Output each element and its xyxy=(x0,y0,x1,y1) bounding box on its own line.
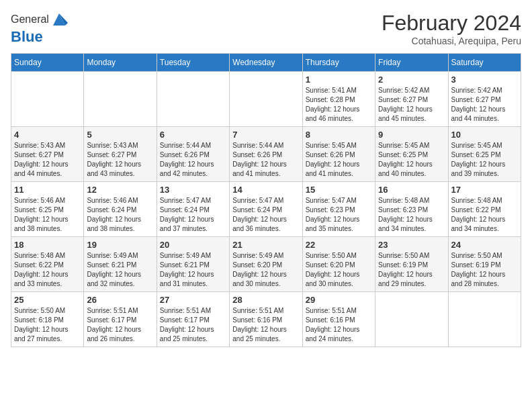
calendar-cell: 10Sunrise: 5:45 AM Sunset: 6:25 PM Dayli… xyxy=(448,127,521,182)
logo-icon xyxy=(50,11,68,28)
calendar-cell: 22Sunrise: 5:50 AM Sunset: 6:20 PM Dayli… xyxy=(302,237,375,292)
calendar-cell: 16Sunrise: 5:48 AM Sunset: 6:23 PM Dayli… xyxy=(375,182,448,237)
calendar-cell: 1Sunrise: 5:41 AM Sunset: 6:28 PM Daylig… xyxy=(302,72,375,127)
day-number: 23 xyxy=(378,240,445,250)
day-number: 13 xyxy=(160,185,226,195)
day-number: 3 xyxy=(451,75,518,85)
calendar-cell xyxy=(157,72,229,127)
calendar-cell: 23Sunrise: 5:50 AM Sunset: 6:19 PM Dayli… xyxy=(375,237,448,292)
title-block: February 2024 Cotahuasi, Arequipa, Peru xyxy=(382,11,521,46)
day-info: Sunrise: 5:48 AM Sunset: 6:22 PM Dayligh… xyxy=(14,251,81,289)
day-info: Sunrise: 5:43 AM Sunset: 6:27 PM Dayligh… xyxy=(14,141,81,179)
calendar-cell: 5Sunrise: 5:43 AM Sunset: 6:27 PM Daylig… xyxy=(84,127,157,182)
day-number: 6 xyxy=(160,130,226,140)
day-info: Sunrise: 5:44 AM Sunset: 6:26 PM Dayligh… xyxy=(160,141,226,179)
day-info: Sunrise: 5:42 AM Sunset: 6:27 PM Dayligh… xyxy=(451,86,518,124)
calendar-cell: 9Sunrise: 5:45 AM Sunset: 6:25 PM Daylig… xyxy=(375,127,448,182)
day-info: Sunrise: 5:50 AM Sunset: 6:20 PM Dayligh… xyxy=(306,251,372,289)
calendar-cell: 13Sunrise: 5:47 AM Sunset: 6:24 PM Dayli… xyxy=(157,182,229,237)
day-info: Sunrise: 5:49 AM Sunset: 6:21 PM Dayligh… xyxy=(87,251,153,289)
calendar-cell: 8Sunrise: 5:45 AM Sunset: 6:26 PM Daylig… xyxy=(302,127,375,182)
calendar-week-row: 18Sunrise: 5:48 AM Sunset: 6:22 PM Dayli… xyxy=(11,237,521,292)
day-number: 10 xyxy=(451,130,518,140)
day-info: Sunrise: 5:51 AM Sunset: 6:16 PM Dayligh… xyxy=(232,306,299,344)
day-number: 28 xyxy=(232,295,299,305)
day-info: Sunrise: 5:50 AM Sunset: 6:19 PM Dayligh… xyxy=(378,251,445,289)
calendar-cell: 27Sunrise: 5:51 AM Sunset: 6:17 PM Dayli… xyxy=(157,292,229,347)
day-number: 17 xyxy=(451,185,518,195)
month-year: February 2024 xyxy=(382,11,521,36)
calendar-cell: 24Sunrise: 5:50 AM Sunset: 6:19 PM Dayli… xyxy=(448,237,521,292)
calendar-cell: 21Sunrise: 5:49 AM Sunset: 6:20 PM Dayli… xyxy=(230,237,302,292)
day-number: 29 xyxy=(306,295,372,305)
day-number: 16 xyxy=(378,185,445,195)
calendar-cell: 6Sunrise: 5:44 AM Sunset: 6:26 PM Daylig… xyxy=(157,127,229,182)
day-info: Sunrise: 5:51 AM Sunset: 6:17 PM Dayligh… xyxy=(160,306,226,344)
col-header-thursday: Thursday xyxy=(302,54,375,72)
calendar-cell xyxy=(11,72,84,127)
calendar-header-row: SundayMondayTuesdayWednesdayThursdayFrid… xyxy=(11,54,521,72)
day-info: Sunrise: 5:46 AM Sunset: 6:24 PM Dayligh… xyxy=(87,196,153,234)
calendar-cell xyxy=(448,292,521,347)
logo-blue: Blue xyxy=(11,28,68,46)
day-info: Sunrise: 5:47 AM Sunset: 6:23 PM Dayligh… xyxy=(306,196,372,234)
day-number: 20 xyxy=(160,240,226,250)
calendar-table: SundayMondayTuesdayWednesdayThursdayFrid… xyxy=(11,53,521,347)
day-info: Sunrise: 5:48 AM Sunset: 6:22 PM Dayligh… xyxy=(451,196,518,234)
day-number: 19 xyxy=(87,240,153,250)
calendar-cell: 14Sunrise: 5:47 AM Sunset: 6:24 PM Dayli… xyxy=(230,182,302,237)
day-info: Sunrise: 5:45 AM Sunset: 6:25 PM Dayligh… xyxy=(451,141,518,179)
calendar-week-row: 4Sunrise: 5:43 AM Sunset: 6:27 PM Daylig… xyxy=(11,127,521,182)
day-info: Sunrise: 5:50 AM Sunset: 6:19 PM Dayligh… xyxy=(451,251,518,289)
day-info: Sunrise: 5:43 AM Sunset: 6:27 PM Dayligh… xyxy=(87,141,153,179)
day-number: 9 xyxy=(378,130,445,140)
calendar-cell: 18Sunrise: 5:48 AM Sunset: 6:22 PM Dayli… xyxy=(11,237,84,292)
day-info: Sunrise: 5:49 AM Sunset: 6:21 PM Dayligh… xyxy=(160,251,226,289)
calendar-cell: 2Sunrise: 5:42 AM Sunset: 6:27 PM Daylig… xyxy=(375,72,448,127)
day-info: Sunrise: 5:42 AM Sunset: 6:27 PM Dayligh… xyxy=(378,86,445,124)
day-number: 5 xyxy=(87,130,153,140)
day-number: 22 xyxy=(306,240,372,250)
day-number: 25 xyxy=(14,295,81,305)
day-number: 14 xyxy=(232,185,299,195)
day-info: Sunrise: 5:51 AM Sunset: 6:16 PM Dayligh… xyxy=(306,306,372,344)
col-header-friday: Friday xyxy=(375,54,448,72)
day-number: 11 xyxy=(14,185,81,195)
day-info: Sunrise: 5:50 AM Sunset: 6:18 PM Dayligh… xyxy=(14,306,81,344)
day-info: Sunrise: 5:48 AM Sunset: 6:23 PM Dayligh… xyxy=(378,196,445,234)
day-number: 27 xyxy=(160,295,226,305)
day-number: 18 xyxy=(14,240,81,250)
calendar-cell xyxy=(84,72,157,127)
logo: General Blue xyxy=(11,11,68,46)
col-header-wednesday: Wednesday xyxy=(230,54,302,72)
calendar-cell: 12Sunrise: 5:46 AM Sunset: 6:24 PM Dayli… xyxy=(84,182,157,237)
day-info: Sunrise: 5:45 AM Sunset: 6:26 PM Dayligh… xyxy=(306,141,372,179)
day-number: 15 xyxy=(306,185,372,195)
col-header-saturday: Saturday xyxy=(448,54,521,72)
calendar-cell: 19Sunrise: 5:49 AM Sunset: 6:21 PM Dayli… xyxy=(84,237,157,292)
day-info: Sunrise: 5:45 AM Sunset: 6:25 PM Dayligh… xyxy=(378,141,445,179)
calendar-cell: 7Sunrise: 5:44 AM Sunset: 6:26 PM Daylig… xyxy=(230,127,302,182)
day-number: 24 xyxy=(451,240,518,250)
logo-general: General xyxy=(11,13,49,26)
calendar-week-row: 11Sunrise: 5:46 AM Sunset: 6:25 PM Dayli… xyxy=(11,182,521,237)
calendar-cell: 29Sunrise: 5:51 AM Sunset: 6:16 PM Dayli… xyxy=(302,292,375,347)
day-info: Sunrise: 5:51 AM Sunset: 6:17 PM Dayligh… xyxy=(87,306,153,344)
day-info: Sunrise: 5:46 AM Sunset: 6:25 PM Dayligh… xyxy=(14,196,81,234)
day-info: Sunrise: 5:49 AM Sunset: 6:20 PM Dayligh… xyxy=(232,251,299,289)
calendar-cell xyxy=(230,72,302,127)
calendar-cell: 11Sunrise: 5:46 AM Sunset: 6:25 PM Dayli… xyxy=(11,182,84,237)
day-number: 8 xyxy=(306,130,372,140)
calendar-cell: 20Sunrise: 5:49 AM Sunset: 6:21 PM Dayli… xyxy=(157,237,229,292)
day-number: 26 xyxy=(87,295,153,305)
day-number: 4 xyxy=(14,130,81,140)
day-number: 7 xyxy=(232,130,299,140)
col-header-sunday: Sunday xyxy=(11,54,84,72)
calendar-cell: 4Sunrise: 5:43 AM Sunset: 6:27 PM Daylig… xyxy=(11,127,84,182)
col-header-monday: Monday xyxy=(84,54,157,72)
day-info: Sunrise: 5:47 AM Sunset: 6:24 PM Dayligh… xyxy=(232,196,299,234)
calendar-cell: 25Sunrise: 5:50 AM Sunset: 6:18 PM Dayli… xyxy=(11,292,84,347)
page-header: General Blue February 2024 Cotahuasi, Ar… xyxy=(11,11,521,46)
location: Cotahuasi, Arequipa, Peru xyxy=(382,36,521,46)
calendar-cell: 15Sunrise: 5:47 AM Sunset: 6:23 PM Dayli… xyxy=(302,182,375,237)
